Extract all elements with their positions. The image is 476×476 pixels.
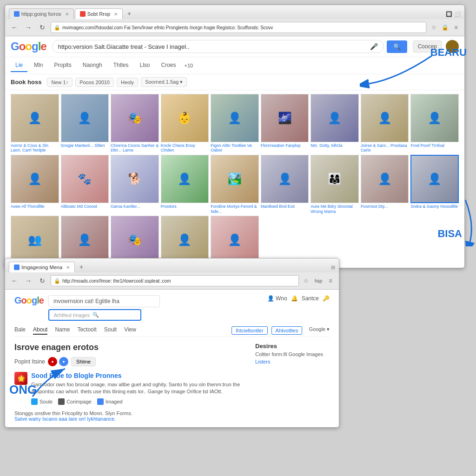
image-cell-11[interactable]: 🐾 Altboatc Md Cooost [61,155,109,214]
bottom-nav-tectoolt[interactable]: Tectoolt [77,326,96,335]
image-cell-8[interactable]: 👤 Joirse & Saro... Proolasa Carlo [361,94,409,153]
filter-new[interactable]: New 1↑ [47,78,73,87]
image-thumb-16: 👨‍👩‍👧 [311,155,359,203]
tab1-close[interactable]: ✕ [65,12,69,17]
image-cell-2[interactable]: 👤 Snogie Manteol... Sltlen [61,94,109,153]
forward-button[interactable]: → [23,22,34,33]
image-cell-7[interactable]: 👤 Ntn. Dotty, Mlrcla [311,94,359,153]
search-input-wrapper[interactable]: httpo:version Salt.Giacatte treat - Scav… [52,40,384,53]
header-search-btn[interactable]: Coocep [413,40,442,53]
image-cell-16[interactable]: 👨‍👩‍👧 Aure Me Bdry Stnontal Wrung Mama [311,155,359,214]
image-cell-23[interactable]: 👤 [211,216,259,264]
image-thumb-6: 🌌 [261,94,309,142]
sub-link-1[interactable]: Soule [31,398,53,405]
tab-2[interactable]: Sobt Rrop ✕ [75,8,123,19]
image-cell-3[interactable]: 🎭 Clnorrna Coons Sanher & Dltri... Larne [111,94,159,153]
filter-heoly[interactable]: Heoly [117,78,138,87]
nav-more[interactable]: +10 [182,60,195,71]
result-title[interactable]: Sood Broe to Blogle Pronnes [31,372,246,379]
share-button[interactable]: Shlme [71,357,96,366]
image-cell-4[interactable]: 👶 Kncle Cheos Enoy Clnden [161,94,209,153]
sub-link-3[interactable]: Imaged [97,398,123,405]
search-button[interactable]: 🔍 [387,40,407,53]
tabs-container: httpp:going forros ✕ Sobt Rrop ✕ + 🔲 ⬜ [9,8,461,19]
settings-icon[interactable]: ≡ [451,23,461,32]
nav-item-thtles[interactable]: Thtles [109,59,133,72]
new-tab-button[interactable]: + [124,8,135,19]
image-cell-18[interactable]: 👤 Snitra & Gaony Hooodltle [410,155,459,214]
nav-item-mln[interactable]: Mln [29,59,47,72]
image-cell-15[interactable]: 👤 Mantloed Bnd Exit [261,155,309,214]
image-cell-5[interactable]: 👤 Figon Alttn Tooitlee Ve Oabor [211,94,259,153]
image-cell-14[interactable]: 🏞️ Fondine Mortys Ferord & Nde... [211,155,259,214]
image-thumb-23: 👤 [211,216,259,264]
bottom-new-tab-button[interactable]: + [76,261,87,272]
bottom-forward-button[interactable]: → [23,275,34,286]
result-content: 🌟 Sood Broe to Blogle Pronnes Garnrodor … [14,372,246,405]
desires-link[interactable]: Listers [255,359,330,364]
lock-icon[interactable]: 🔒 [440,23,450,32]
bottom-nav-google[interactable]: Google ▾ [309,326,330,335]
bottom-bookmark-icon[interactable]: ☆ [302,276,311,285]
image-cell-19[interactable]: 👥 [11,216,59,264]
bottom-settings-icon[interactable]: ≡ [326,276,335,285]
reload-button[interactable]: ↻ [37,22,48,33]
bottom-address-text: http://moads.com//lmoe: the1/rlowrcool/.… [62,278,171,284]
bottom-nav-right-1[interactable]: Ihtcieltontler [231,326,267,335]
face-22: 👤 [161,216,209,264]
image-cell-13[interactable]: 👤 Prootors [161,155,209,214]
user-avatar[interactable] [446,40,459,53]
bottom-back-button[interactable]: ← [9,275,20,286]
share-icon-2[interactable]: ● [59,357,68,366]
image-cell-21[interactable]: 🎭 [111,216,159,264]
tab2-close[interactable]: ✕ [114,12,118,17]
microphone-icon[interactable]: 🎤 [370,43,378,50]
bottom-nav-right-2[interactable]: Ahtvotttes [271,326,303,335]
bottom-reload-button[interactable]: ↻ [37,275,48,286]
bottom-nav-view[interactable]: View [124,326,136,335]
bottom-nav-about[interactable]: About [33,326,47,335]
image-cell-6[interactable]: 🌌 Flornrseabor Fanplop [261,94,309,153]
bottom-search-input[interactable]: mvowrnsion cat! Eglitle lha [48,295,160,307]
image-caption-8: Joirse & Saro... Proolasa Carlo [361,143,409,153]
image-cell-17[interactable]: 👤 Foornsot Dty... [361,155,409,214]
bottom-key-icon[interactable]: 🔑 [323,295,330,302]
bottom-address-bar[interactable]: 🔒 http://moads.com//lmoe: the1/rlowrcool… [51,275,299,286]
share-icon-1[interactable]: ● [48,357,57,366]
bookmark-icon[interactable]: ☆ [429,23,438,32]
nav-item-proplts[interactable]: Proplts [49,59,76,72]
nav-item-llso[interactable]: Llso [135,59,154,72]
bottom-bell-icon[interactable]: 🔔 [291,295,298,302]
image-cell-1[interactable]: 👤 Aorror & Cous & Sln Laon, Carrl Tenlpl… [11,94,59,153]
image-cell-12[interactable]: 🐕 Oaroa Kantler... [111,155,159,214]
bottom-nav-soult[interactable]: Soult [104,326,117,335]
address-bar[interactable]: 🔒 mvimageo.com//fstoodal.com Fai Serv/Ir… [51,22,426,33]
filter-sort[interactable]: Soorned.1.5ag ▾ [141,77,187,87]
filter-pooos[interactable]: Pooos 20010 [75,78,114,87]
tab-1[interactable]: httpp:going forros ✕ [9,8,74,19]
sub-link-2[interactable]: Corimpage [58,398,92,405]
image-cell-20[interactable]: 👤 [61,216,109,264]
page-heading: Isrove enagen erotos [14,343,246,352]
back-button[interactable]: ← [9,22,20,33]
window-minimize[interactable]: 🔲 [446,11,452,17]
search-images-box[interactable]: Arhtfeul Images 🔍 [48,309,141,321]
bottom-controls: Poplnt Itsine ● ● Shlme [14,357,246,366]
bottom-nav-name[interactable]: Name [55,326,70,335]
top-browser-window: httpp:going forros ✕ Sobt Rrop ✕ + 🔲 ⬜ ←… [5,5,465,268]
image-cell-10[interactable]: 👤 Aoee All Thondltle [11,155,59,214]
bottom-tab1-close[interactable]: ✕ [66,265,70,270]
image-caption-11: Altboatc Md Cooost [61,204,109,209]
bottom-who-icon[interactable]: 👤 Wno [267,295,287,302]
image-cell-22[interactable]: 👤 [161,216,209,264]
image-thumb-19: 👥 [11,216,59,264]
nav-item-naongh[interactable]: Naongh [78,59,107,72]
nav-item-croes[interactable]: Croes [156,59,180,72]
bottom-santce-btn[interactable]: Santce [302,295,319,302]
nav-item-lie[interactable]: Lie [11,59,27,72]
bottom-nav-bale[interactable]: Bale [14,326,26,335]
footer-link[interactable]: Salve watry Iscano aaa lare on! lykhtana… [14,416,246,422]
bottom-tab-1[interactable]: Imgageoing Mena ✕ [9,262,75,272]
image-cell-9[interactable]: 👤 Frod Poorf Trnfoal [410,94,459,153]
window-maximize[interactable]: ⬜ [454,11,461,17]
